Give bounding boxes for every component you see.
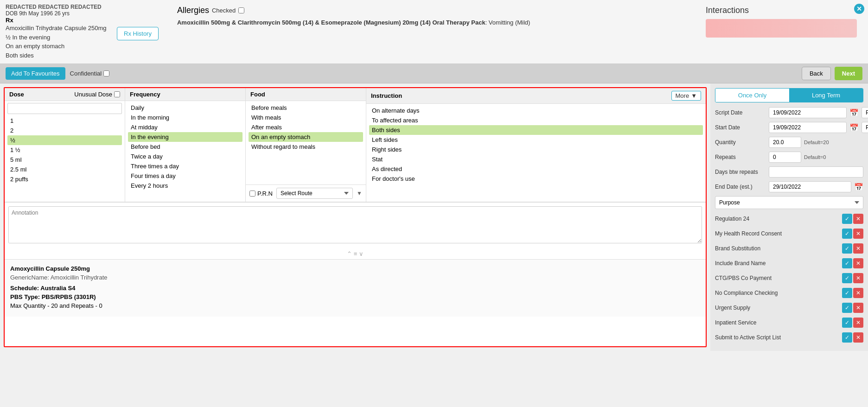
checkbox-label-5: No Compliance Checking — [715, 290, 778, 296]
tab-long-term[interactable]: Long Term — [789, 89, 863, 102]
route-select[interactable]: Select Route — [276, 188, 353, 199]
close-button[interactable]: ✕ — [854, 4, 864, 14]
script-date-calendar-icon[interactable]: 📅 — [849, 108, 859, 117]
food-column: Food Before meals With meals After meals… — [246, 88, 366, 202]
quantity-default: Default=20 — [804, 140, 829, 145]
back-button[interactable]: Back — [802, 67, 831, 80]
instr-both-sides[interactable]: Both sides — [369, 125, 703, 135]
dose-item-5ml[interactable]: 5 ml — [7, 155, 122, 165]
dose-input[interactable] — [7, 103, 122, 114]
dose-item-1[interactable]: 1 — [7, 116, 122, 126]
checkbox-x-6[interactable]: ✕ — [853, 303, 863, 313]
print-script-select[interactable]: Print Script — [862, 122, 868, 133]
start-date-calendar-icon[interactable]: 📅 — [849, 123, 859, 132]
checkbox-label-0: Regulation 24 — [715, 216, 749, 222]
instr-right[interactable]: Right sides — [369, 145, 703, 154]
checkbox-row-0: Regulation 24 ✓ ✕ — [715, 213, 863, 225]
tab-once-only[interactable]: Once Only — [715, 89, 789, 102]
checkbox-check-7[interactable]: ✓ — [842, 318, 852, 328]
rx-history-button[interactable]: Rx History — [117, 27, 159, 40]
dose-item-2puffs[interactable]: 2 puffs — [7, 174, 122, 184]
checkbox-check-2[interactable]: ✓ — [842, 243, 852, 254]
next-button[interactable]: Next — [835, 67, 862, 80]
checkbox-x-1[interactable]: ✕ — [853, 229, 863, 239]
collapse-icon[interactable]: ⌃ ≡ ∨ — [5, 248, 706, 259]
checkbox-btns-6: ✓ ✕ — [842, 303, 863, 313]
dose-item-2[interactable]: 2 — [7, 126, 122, 135]
checkbox-label-7: Inpatient Service — [715, 319, 756, 326]
unusual-dose-checkbox[interactable] — [114, 91, 120, 97]
purpose-select[interactable]: Purpose — [715, 196, 863, 209]
checkbox-row-8: Submit to Active Script List ✓ ✕ — [715, 331, 863, 343]
checkbox-check-1[interactable]: ✓ — [842, 229, 852, 239]
checkbox-label-1: My Health Record Consent — [715, 230, 782, 237]
freq-bedtime[interactable]: Before bed — [128, 142, 243, 152]
repeats-input[interactable] — [769, 152, 801, 163]
start-date-row: Start Date 📅 Print Script — [715, 122, 863, 133]
instr-as-directed[interactable]: As directed — [369, 164, 703, 174]
instr-stat[interactable]: Stat — [369, 154, 703, 164]
dose-column: Dose Unusual Dose 1 2 ½ 1 ½ 5 ml 2.5 ml … — [5, 88, 125, 202]
prn-checkbox[interactable] — [249, 191, 255, 197]
food-empty-stomach[interactable]: On an empty stomach — [249, 132, 363, 142]
dose-content: 1 2 ½ 1 ½ 5 ml 2.5 ml 2 puffs — [5, 101, 125, 186]
food-after[interactable]: After meals — [249, 122, 363, 132]
food-before[interactable]: Before meals — [249, 103, 363, 113]
checkbox-check-8[interactable]: ✓ — [842, 332, 852, 343]
freq-four[interactable]: Four times a day — [128, 171, 243, 181]
confidential-checkbox[interactable] — [103, 70, 109, 76]
checkbox-x-3[interactable]: ✕ — [853, 258, 863, 268]
start-date-input[interactable] — [769, 122, 847, 133]
add-to-favourites-button[interactable]: Add To Favourites — [6, 67, 65, 80]
checkbox-check-0[interactable]: ✓ — [842, 214, 852, 224]
freq-three[interactable]: Three times a day — [128, 161, 243, 171]
prn-route-row: P.R.N Select Route ▼ — [246, 184, 366, 202]
end-date-input[interactable] — [769, 181, 851, 192]
dose-item-2-5ml[interactable]: 2.5 ml — [7, 165, 122, 174]
checkbox-x-4[interactable]: ✕ — [853, 273, 863, 283]
food-header: Food — [246, 88, 366, 101]
dose-item-1half[interactable]: 1 ½ — [7, 145, 122, 155]
checkbox-x-5[interactable]: ✕ — [853, 288, 863, 298]
more-button[interactable]: More ▼ — [671, 91, 702, 101]
food-without-regard[interactable]: Without regard to meals — [249, 142, 363, 152]
checkbox-row-2: Brand Substitution ✓ ✕ — [715, 242, 863, 254]
freq-every2[interactable]: Every 2 hours — [128, 181, 243, 191]
checkbox-row-3: Include Brand Name ✓ ✕ — [715, 257, 863, 269]
checkbox-check-5[interactable]: ✓ — [842, 288, 852, 298]
checkbox-btns-4: ✓ ✕ — [842, 273, 863, 283]
script-date-row: Script Date 📅 PBS — [715, 107, 863, 118]
instr-alternate[interactable]: On alternate days — [369, 106, 703, 115]
instr-affected[interactable]: To affected areas — [369, 115, 703, 125]
checkbox-x-2[interactable]: ✕ — [853, 243, 863, 254]
dose-header: Dose Unusual Dose — [5, 88, 125, 101]
medicine-info: Amoxycillin Capsule 250mg GenericName: A… — [5, 259, 706, 317]
start-date-label: Start Date — [715, 124, 766, 131]
freq-morning[interactable]: In the morning — [128, 113, 243, 122]
annotation-textarea[interactable] — [8, 206, 702, 243]
checkbox-x-0[interactable]: ✕ — [853, 214, 863, 224]
script-date-input[interactable] — [769, 107, 847, 118]
header-section: REDACTED REDACTED REDACTED DOB 9th May 1… — [0, 0, 868, 64]
freq-evening[interactable]: In the evening — [128, 132, 243, 142]
instr-left[interactable]: Left sides — [369, 135, 703, 145]
quantity-input[interactable] — [769, 137, 801, 148]
checkbox-check-4[interactable]: ✓ — [842, 273, 852, 283]
checkbox-check-6[interactable]: ✓ — [842, 303, 852, 313]
checked-checkbox[interactable] — [238, 7, 244, 13]
freq-daily[interactable]: Daily — [128, 103, 243, 113]
freq-twice[interactable]: Twice a day — [128, 152, 243, 161]
prn-label: P.R.N — [249, 190, 273, 197]
checkbox-x-8[interactable]: ✕ — [853, 332, 863, 343]
checkbox-x-7[interactable]: ✕ — [853, 318, 863, 328]
pbs-select[interactable]: PBS — [862, 107, 868, 118]
freq-midday[interactable]: At midday — [128, 122, 243, 132]
days-btw-input[interactable] — [769, 166, 863, 178]
chevron-down-icon: ▼ — [357, 190, 362, 197]
end-date-calendar-icon[interactable]: 📅 — [854, 183, 863, 191]
repeats-default: Default=0 — [804, 154, 826, 160]
checkbox-check-3[interactable]: ✓ — [842, 258, 852, 268]
dose-item-half[interactable]: ½ — [7, 135, 122, 145]
instr-doctor[interactable]: For doctor's use — [369, 174, 703, 184]
food-with[interactable]: With meals — [249, 113, 363, 122]
